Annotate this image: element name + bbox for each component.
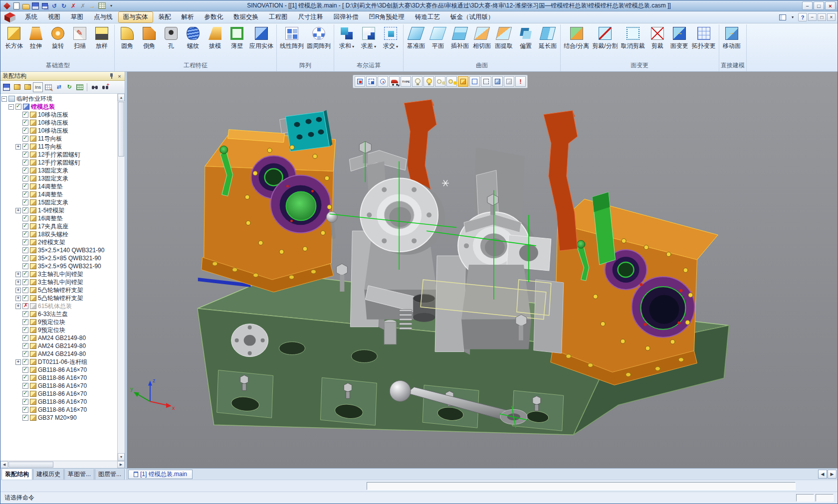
find-icon[interactable] — [89, 82, 99, 92]
open-icon[interactable] — [21, 1, 30, 10]
viewport-3d-canvas[interactable]: x y z — [127, 72, 838, 468]
scroll-left-icon[interactable]: ◀ — [0, 461, 8, 468]
multi-light-on-icon[interactable] — [446, 76, 457, 87]
ribbon-button-intersect[interactable]: 求交 — [380, 25, 402, 51]
tree-item-row[interactable]: 15固定支承 — [1, 198, 117, 206]
visibility-checkbox[interactable] — [22, 160, 28, 166]
expand-icon[interactable] — [15, 208, 21, 213]
ribbon-button-fillet[interactable]: 圆角 — [116, 25, 138, 51]
tree-item-row[interactable]: 5凸轮轴镗杆支架 — [1, 294, 117, 302]
tree-item-row[interactable]: AM24 GB2149-80 — [1, 342, 117, 350]
tree-item-row[interactable]: 3主轴孔中间镗架 — [1, 270, 117, 278]
menu-tab-system[interactable]: 系统 — [20, 11, 42, 23]
visibility-checkbox[interactable] — [22, 303, 28, 309]
wireframe-mode-icon[interactable] — [469, 76, 480, 87]
tree-item-row[interactable]: 35×2.5×140 QWB321-90 — [1, 246, 117, 254]
edit-table-icon[interactable] — [43, 82, 53, 92]
ribbon-button-subtract[interactable]: 求差 — [358, 25, 380, 51]
menu-tab-casting[interactable]: 铸造工艺 — [410, 11, 445, 23]
tree-item-row[interactable]: AM24 GB2149-80 — [1, 334, 117, 342]
tree-horizontal-scrollbar[interactable]: ◀ ▶ — [0, 461, 125, 468]
ribbon-button-linear-pattern[interactable]: 线性阵列 — [278, 25, 305, 51]
tree-item-row[interactable]: 14调整垫 — [1, 182, 117, 190]
ribbon-button-offset[interactable]: 偏置 — [515, 25, 537, 51]
visibility-checkbox[interactable] — [22, 295, 28, 301]
tree-item-row[interactable]: 2镗模支架 — [1, 238, 117, 246]
tree-item-row[interactable]: 11导向板 — [1, 135, 117, 143]
tree-item-row[interactable]: 9预定位块 — [1, 318, 117, 326]
expand-icon[interactable] — [15, 144, 21, 150]
ribbon-button-datum-plane[interactable]: 基准面 — [405, 25, 427, 51]
menu-tab-face-solid[interactable]: 面与实体 — [118, 11, 153, 23]
tree-item-row[interactable]: GB37 M20×90 — [1, 414, 117, 422]
ribbon-button-trim-divide[interactable]: 剪裁/分割 — [591, 25, 619, 51]
window-layout-icon[interactable]: ▾ — [788, 13, 797, 21]
tree-item-row[interactable]: 12手拧紧固螺钉 — [1, 151, 117, 159]
visibility-checkbox[interactable] — [22, 168, 28, 173]
tree-item-row[interactable]: 6-33法兰盘 — [1, 310, 117, 318]
ribbon-button-circular-pattern[interactable]: 圆周阵列 — [305, 25, 332, 51]
visibility-checkbox[interactable] — [22, 255, 28, 261]
menu-tab-r-preprocess[interactable]: 凹R角预处理 — [364, 11, 410, 23]
ribbon-button-sweep[interactable]: 扫描 — [69, 25, 91, 51]
ribbon-button-extend-surface[interactable]: 延长面 — [537, 25, 559, 51]
ribbon-button-face-change[interactable]: 面变更 — [668, 25, 690, 51]
visibility-checkbox[interactable] — [22, 144, 28, 150]
ribbon-button-join-separate[interactable]: 结合/分离 — [562, 25, 591, 51]
redo-icon[interactable]: ↻ — [59, 1, 68, 10]
ribbon-button-untrim[interactable]: 取消剪裁 — [620, 25, 646, 51]
ribbon-button-box[interactable]: 长方体 — [3, 25, 25, 51]
new-doc-icon[interactable] — [12, 1, 21, 10]
tree-item-row[interactable]: GB118-86 A16×70 — [1, 382, 117, 390]
tree-item-row[interactable]: 13固定支承 — [1, 167, 117, 174]
shaded-edge-mode-icon[interactable] — [492, 76, 503, 87]
expand-icon[interactable] — [15, 272, 21, 277]
tree-item-row[interactable]: DT0211-06-连杆组 — [1, 358, 117, 366]
tree-item-row[interactable]: 11导向板 — [1, 143, 117, 151]
visibility-checkbox[interactable] — [22, 128, 28, 134]
visibility-checkbox[interactable] — [22, 199, 28, 205]
find-component-icon[interactable] — [100, 82, 110, 92]
help-icon[interactable]: ? — [798, 13, 807, 21]
ribbon-button-thread[interactable]: 螺纹 — [182, 25, 204, 51]
tree-item-row[interactable]: GB118-86 A16×70 — [1, 390, 117, 398]
visibility-checkbox[interactable] — [22, 391, 28, 397]
visibility-checkbox[interactable] — [22, 311, 28, 317]
expand-icon[interactable] — [15, 359, 21, 365]
scrollbar-thumb[interactable] — [8, 462, 53, 468]
tree-item-row[interactable]: 13固定支承 — [1, 174, 117, 182]
delete-icon[interactable]: ✗ — [69, 1, 78, 10]
pin-icon[interactable] — [108, 73, 114, 79]
scrollbar-thumb[interactable] — [118, 102, 124, 157]
tree-item-row[interactable]: 18双头螺栓 — [1, 230, 117, 238]
visibility-checkbox[interactable] — [22, 239, 28, 245]
swap-icon[interactable]: ⇄ — [54, 82, 64, 92]
visibility-checkbox[interactable] — [22, 415, 28, 421]
tree-root-row[interactable]: 镗模总装 — [1, 103, 117, 111]
tree-item-row[interactable]: 14调整垫 — [1, 190, 117, 198]
menu-tab-parametric[interactable]: 参数化 — [200, 11, 228, 23]
menu-tab-point-line[interactable]: 点与线 — [89, 11, 118, 23]
toggle-panels-icon[interactable] — [778, 13, 787, 21]
tree-item-row[interactable]: 10移动压板 — [1, 111, 117, 119]
light-on-icon[interactable] — [423, 76, 434, 87]
ribbon-button-tangent-surface[interactable]: 相切面 — [471, 25, 493, 51]
maximize-button[interactable]: □ — [814, 1, 824, 10]
visibility-checkbox[interactable] — [22, 351, 28, 357]
visibility-checkbox[interactable] — [22, 223, 28, 229]
ribbon-button-union[interactable]: 求和 — [336, 25, 358, 51]
tree-item-row[interactable]: GB118-86 A16×70 — [1, 398, 117, 406]
visibility-checkbox[interactable] — [22, 231, 28, 237]
menu-tab-drawing[interactable]: 工程图 — [264, 11, 293, 23]
ribbon-button-move-face[interactable]: 移动面 — [721, 25, 743, 51]
visibility-checkbox[interactable] — [22, 375, 28, 381]
save-icon[interactable] — [31, 1, 40, 10]
child-restore-button[interactable]: □ — [818, 13, 826, 21]
multi-light-icon[interactable] — [435, 76, 445, 87]
ribbon-button-loft[interactable]: 放样 — [91, 25, 113, 51]
visibility-checkbox[interactable] — [22, 359, 28, 365]
visibility-checkbox[interactable] — [22, 319, 28, 325]
tab-scroll-left-icon[interactable]: ◀ — [818, 470, 827, 479]
ribbon-button-topology-change[interactable]: 拓扑变更 — [690, 25, 717, 51]
panel-tab-modeling-history[interactable]: 建模历史 — [33, 469, 64, 480]
